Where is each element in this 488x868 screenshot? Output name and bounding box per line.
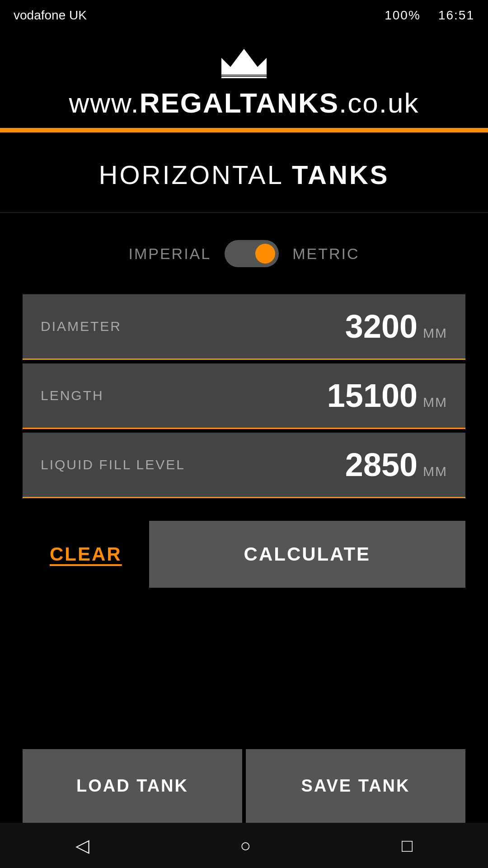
action-buttons-row: CLEAR CALCULATE: [23, 521, 465, 588]
brand-prefix: www.: [69, 87, 140, 118]
diameter-field[interactable]: DIAMETER 3200 MM: [23, 294, 465, 360]
diameter-unit: MM: [423, 326, 447, 341]
length-value-group: 15100 MM: [327, 379, 447, 412]
page-title-bold: TANKS: [292, 160, 389, 189]
liquid-fill-level-field[interactable]: LIQUID FILL LEVEL 2850 MM: [23, 433, 465, 498]
back-button[interactable]: ◁: [75, 835, 89, 856]
battery-text: 100%: [385, 8, 421, 22]
clear-button[interactable]: CLEAR: [23, 521, 149, 588]
calculate-button[interactable]: CALCULATE: [149, 521, 465, 588]
main-content: IMPERIAL METRIC DIAMETER 3200 MM LENGTH …: [0, 213, 488, 615]
length-label: LENGTH: [41, 388, 104, 403]
unit-toggle-row: IMPERIAL METRIC: [23, 240, 465, 267]
brand-main: REGALTANKS: [140, 87, 339, 118]
imperial-label: IMPERIAL: [128, 245, 211, 263]
page-title-section: HORIZONTAL TANKS: [0, 132, 488, 213]
diameter-value-group: 3200 MM: [345, 310, 447, 343]
orange-divider: [0, 128, 488, 132]
page-title: HORIZONTAL TANKS: [9, 160, 479, 190]
diameter-value: 3200: [345, 310, 418, 343]
svg-rect-1: [221, 74, 267, 78]
time-text: 16:51: [438, 8, 474, 22]
home-button[interactable]: ○: [240, 835, 251, 856]
bottom-buttons: LOAD TANK SAVE TANK: [0, 749, 488, 823]
load-tank-button[interactable]: LOAD TANK: [23, 749, 242, 823]
liquid-fill-level-value-group: 2850 MM: [345, 448, 447, 481]
length-unit: MM: [423, 395, 447, 410]
brand-name: www.REGALTANKS.co.uk: [9, 87, 479, 119]
save-tank-button[interactable]: SAVE TANK: [246, 749, 465, 823]
length-value: 15100: [327, 379, 418, 412]
svg-marker-0: [221, 49, 267, 76]
app-header: www.REGALTANKS.co.uk: [0, 31, 488, 119]
liquid-fill-level-label: LIQUID FILL LEVEL: [41, 457, 185, 472]
brand-suffix: .co.uk: [339, 87, 419, 118]
nav-bar: ◁ ○ □: [0, 823, 488, 868]
metric-label: METRIC: [292, 245, 359, 263]
status-bar: vodafone UK 100% 16:51: [0, 0, 488, 31]
toggle-knob: [255, 244, 275, 264]
diameter-label: DIAMETER: [41, 319, 122, 334]
liquid-fill-level-value: 2850: [345, 448, 418, 481]
carrier-text: vodafone UK: [14, 8, 87, 23]
crown-icon: [9, 44, 479, 82]
liquid-fill-level-unit: MM: [423, 464, 447, 479]
recent-button[interactable]: □: [402, 835, 413, 856]
unit-toggle-switch[interactable]: [225, 240, 279, 267]
page-title-thin: HORIZONTAL: [99, 160, 292, 189]
time-battery: 100% 16:51: [385, 8, 474, 23]
length-field[interactable]: LENGTH 15100 MM: [23, 363, 465, 429]
